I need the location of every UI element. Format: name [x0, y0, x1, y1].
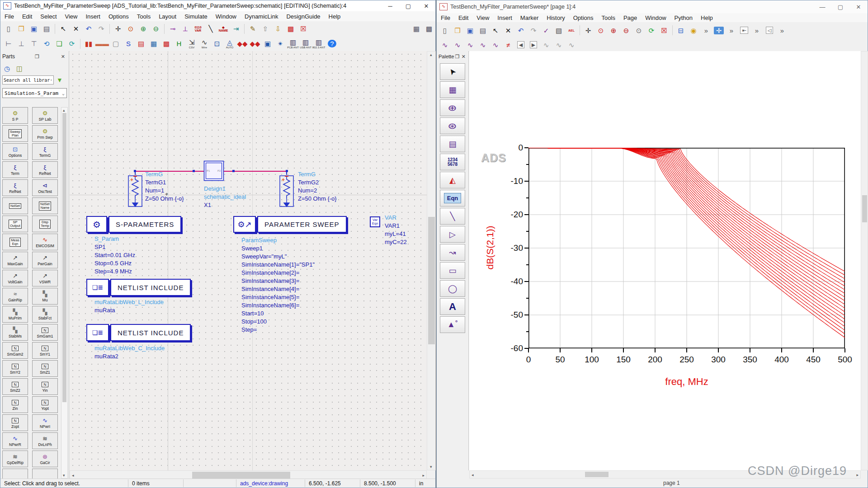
palette-polar-plot[interactable]: ⊕ — [440, 99, 465, 116]
part-sp-output[interactable]: SP Output — [2, 216, 28, 232]
part-zin[interactable]: NZin — [2, 396, 28, 413]
grid-plus-icon[interactable]: ▦ — [147, 38, 160, 50]
palette-polygon[interactable]: ▷ — [440, 226, 465, 243]
new-file-icon[interactable]: ▯ — [439, 24, 451, 37]
undo-icon[interactable]: ↶ — [514, 24, 527, 37]
menu-dynamiclink[interactable]: DynamicLink — [241, 12, 282, 21]
part-smy1[interactable]: NSmY1 — [32, 342, 58, 359]
part-meas-eqn[interactable]: Meas Eqn — [2, 234, 28, 250]
tune-icon[interactable]: ◆◆ — [236, 38, 249, 50]
display-icon[interactable]: ⊡ — [211, 38, 223, 50]
print-icon[interactable]: ▤ — [40, 23, 53, 35]
trace-gray2-icon[interactable]: ∿ — [552, 38, 565, 51]
s-parameters-params[interactable]: S_ParamSP1Start=0.01 GHzStop=0.5 GHzStep… — [94, 235, 135, 276]
part-npwri[interactable]: ∿NPwrI — [32, 414, 58, 431]
menu-file[interactable]: File — [0, 12, 18, 21]
delete-icon[interactable]: ✕ — [70, 23, 82, 35]
menu-window[interactable]: Window — [641, 14, 670, 22]
auto-tool-icon[interactable]: ◬AUTO — [223, 38, 236, 50]
part-emcosim[interactable]: ∿EMCOSIM — [32, 234, 58, 250]
open-folder-icon[interactable]: ❐ — [15, 23, 28, 35]
window-cascade-icon[interactable]: ▩ — [423, 23, 435, 35]
marker-delta-icon[interactable]: ∿ — [451, 38, 464, 51]
part-yopt[interactable]: NYopt — [32, 396, 58, 413]
design1-symbol[interactable]: P1 P2 — [203, 160, 224, 181]
scroll-up-icon[interactable]: ▴ — [430, 52, 432, 57]
marker-dip-icon[interactable]: ∿ — [476, 38, 489, 51]
insert-port-icon[interactable]: ⊸ — [166, 23, 179, 35]
scroll-left-icon[interactable]: ◂ — [472, 473, 474, 477]
copy-paste-icon[interactable]: ❏ — [53, 38, 66, 50]
edit-item-icon[interactable]: ✎ — [246, 23, 259, 35]
part-options[interactable]: ⊡Options — [2, 143, 28, 160]
part-gacir[interactable]: ⊛GaCir — [32, 450, 58, 467]
part-smz2[interactable]: NSmZ2 — [2, 378, 28, 395]
menu-marker[interactable]: Marker — [516, 14, 542, 22]
push-into-hierarchy-icon[interactable]: ⇧ — [259, 23, 272, 35]
menu-edit[interactable]: Edit — [454, 14, 472, 22]
redo-icon[interactable]: ↷ — [527, 24, 540, 37]
insert-wire-icon[interactable]: ╲ — [204, 23, 217, 35]
palette-rect-plot[interactable]: ▦ — [440, 81, 465, 98]
part-refnet[interactable]: ξRefNet — [2, 179, 28, 196]
palette-circle[interactable]: ◯ — [440, 280, 465, 297]
scroll-down-icon[interactable]: ▾ — [430, 465, 432, 469]
deactivate-component-icon[interactable]: ▩ — [284, 23, 297, 35]
netlist-include-block-2[interactable]: ❏≣ NETLIST INCLUDE — [86, 324, 191, 341]
overflow-chevron4-icon[interactable]: » — [776, 24, 788, 37]
rotate-cw-icon[interactable]: ⟳ — [66, 38, 78, 50]
scroll-right-icon[interactable]: ▸ — [422, 473, 425, 478]
scroll-down-icon[interactable]: ▾ — [63, 473, 65, 478]
parts-search-input[interactable] — [2, 75, 54, 84]
part-dvlnph[interactable]: ≋DvLnPh — [32, 432, 58, 449]
wire-tool-icon[interactable]: ∿Wire — [198, 38, 211, 50]
save-icon[interactable]: ▣ — [464, 24, 476, 37]
menu-options[interactable]: Options — [569, 14, 598, 22]
part-pwrgain[interactable]: ↗PwrGain — [32, 252, 58, 268]
trace-gray1-icon[interactable]: ∿ — [540, 38, 552, 51]
part-gpdelrip[interactable]: ≋GpDelRip — [2, 450, 28, 467]
ieee-ant-icon[interactable]: ▥802.3 ANT — [312, 38, 326, 50]
display-vscrollbar[interactable] — [861, 51, 868, 470]
menu-options[interactable]: Options — [104, 12, 133, 21]
part-ndset[interactable]: NdSet — [2, 197, 28, 214]
palette-float-icon[interactable]: ❐ — [454, 54, 461, 60]
part-smz1[interactable]: NSmZ1 — [32, 360, 58, 377]
filter-funnel-icon[interactable]: ▼ — [57, 76, 63, 84]
optimize-icon[interactable]: ✴ — [274, 38, 287, 50]
s-parameter-sim-icon[interactable]: S — [122, 38, 135, 50]
schematic-canvas[interactable]: + + TermGTermG1Num=1Z=50 Ohm {-o} P1 P2 … — [70, 51, 427, 470]
menu-history[interactable]: History — [542, 14, 569, 22]
part-gainrip[interactable]: ≈GainRip — [2, 288, 28, 305]
schematic-vscrollbar[interactable]: ▴ ▾ — [427, 51, 436, 470]
menu-insert[interactable]: Insert — [493, 14, 516, 22]
selection-box-icon[interactable]: ▢ — [109, 38, 122, 50]
hierarchy-h-icon[interactable]: H — [173, 38, 185, 50]
part-vswr[interactable]: ↗VSWR — [32, 270, 58, 286]
menu-file[interactable]: File — [437, 14, 454, 22]
wire-name-icon[interactable]: ◆ NAME — [217, 23, 230, 35]
recent-parts-icon[interactable]: ◷ — [4, 65, 10, 73]
part-yin[interactable]: NYin — [32, 378, 58, 395]
prev-page-icon[interactable]: ◁ — [763, 24, 776, 37]
palette-image[interactable]: ▲˚ — [440, 316, 465, 333]
component-red-icon[interactable]: ▮▮ — [82, 38, 95, 50]
pointer-icon[interactable]: ↖ — [489, 24, 502, 37]
part-voltgain[interactable]: ↗VoltGain — [2, 270, 28, 286]
close-button[interactable]: ✕ — [417, 0, 435, 11]
maximize-button[interactable]: ▢ — [399, 0, 417, 11]
menu-tools[interactable]: Tools — [598, 14, 619, 22]
snapshot-icon[interactable]: ◉ — [687, 24, 700, 37]
parts-category-dropdown[interactable]: Simulation-S_Param ⌄ — [2, 88, 67, 98]
scroll-right-icon[interactable]: ▸ — [856, 473, 859, 477]
design1-labels[interactable]: Design1schematic_idealX1 — [204, 185, 246, 209]
s-parameters-block[interactable]: ⚙ S-PARAMETERS — [86, 216, 181, 233]
part-term[interactable]: ξTerm — [2, 161, 28, 178]
redo-icon[interactable]: ↷ — [95, 23, 108, 35]
menu-python[interactable]: Python — [670, 14, 697, 22]
pointer-icon[interactable]: ↖ — [57, 23, 70, 35]
zoom-out-icon[interactable]: ⊙ — [632, 24, 645, 37]
zoom-in-x2-icon[interactable]: ⊕ — [137, 23, 150, 35]
termg1-labels[interactable]: TermGTermG1Num=1Z=50 Ohm {-o} — [145, 170, 184, 203]
palette-stacked-plot[interactable]: ▤ — [440, 136, 465, 152]
